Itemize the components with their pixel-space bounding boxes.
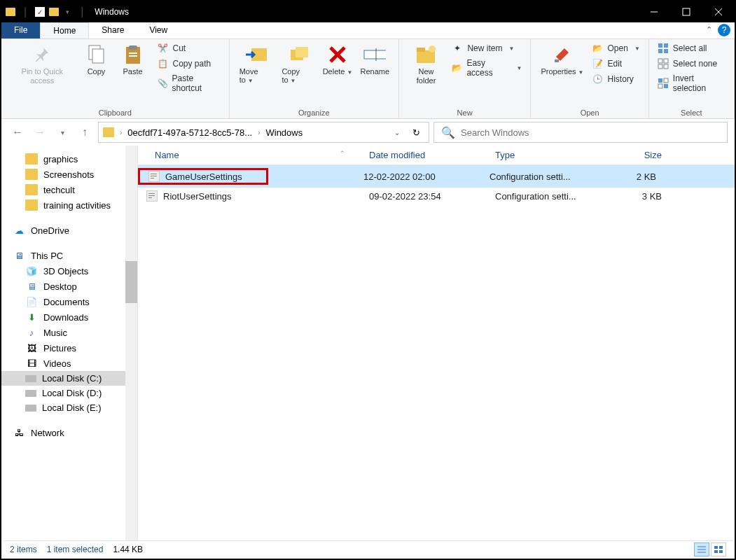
paste-button[interactable]: Paste [117,42,149,77]
copy-to-button[interactable]: Copy to▼ [279,42,317,85]
new-folder-button[interactable]: New folder [406,42,447,87]
column-name[interactable]: Name⌃ [138,150,362,160]
column-date[interactable]: Date modified [362,150,488,160]
sidebar-scrollbar-thumb[interactable] [125,261,137,303]
sidebar-item-techcult[interactable]: techcult [1,182,137,197]
svg-rect-36 [714,546,718,549]
sidebar-item-training[interactable]: training activities [1,197,137,213]
breadcrumb-2[interactable]: Windows [265,127,303,138]
move-to-button[interactable]: Move to▼ [237,42,275,85]
svg-rect-28 [664,64,668,69]
open-button[interactable]: 📂Open▼ [591,42,641,55]
paste-shortcut-icon: 📎 [158,78,168,89]
select-all-button[interactable]: Select all [656,42,727,55]
group-label-new: New [406,107,524,117]
folder-icon [103,127,114,137]
sidebar-item-diskd[interactable]: Local Disk (D:) [1,386,137,400]
pin-to-quick-access-button[interactable]: Pin to Quick access [8,42,76,87]
svg-rect-24 [664,49,668,53]
search-input[interactable] [461,127,720,138]
new-item-button[interactable]: ✦New item▼ [450,42,523,55]
new-item-icon: ✦ [452,43,463,54]
paste-icon [122,43,144,66]
svg-rect-12 [296,47,308,57]
sidebar-item-diskc[interactable]: Local Disk (C:) [1,371,137,386]
sidebar-item-screenshots[interactable]: Screenshots [1,167,137,182]
search-box[interactable]: 🔍 [433,122,728,143]
chevron-right-icon[interactable]: › [117,129,125,136]
qa-dropdown-icon[interactable]: ▾ [63,8,72,15]
rename-button[interactable]: Rename [359,42,391,77]
address-dropdown-icon[interactable]: ⌄ [389,129,405,136]
sidebar-item-pictures[interactable]: 🖼Pictures [1,340,137,356]
maximize-button[interactable] [670,1,702,22]
sidebar-item-downloads[interactable]: ⬇Downloads [1,309,137,325]
tab-view[interactable]: View [137,22,180,38]
svg-rect-1 [683,8,690,15]
copy-path-button[interactable]: 📋Copy path [156,57,222,70]
properties-icon [551,43,574,66]
address-bar[interactable]: › 0ecfdf71-497a-5712-8cc5-78... › Window… [98,122,429,143]
sidebar-item-onedrive[interactable]: ☁OneDrive [1,223,137,238]
new-folder-icon [415,43,438,66]
svg-rect-22 [664,43,668,48]
copy-path-icon: 📋 [158,58,169,69]
group-label-clipboard: Clipboard [8,107,222,117]
sidebar-item-music[interactable]: ♪Music [1,325,137,340]
invert-selection-button[interactable]: Invert selection [656,73,727,94]
tab-home[interactable]: Home [40,22,89,38]
chevron-right-icon[interactable]: › [255,129,263,136]
sidebar-item-documents[interactable]: 📄Documents [1,294,137,309]
copy-button[interactable]: Copy [81,42,113,77]
file-name: GameUserSettings [165,172,263,182]
drive-icon [25,390,36,397]
cut-button[interactable]: ✂️Cut [156,42,222,55]
breadcrumb-1[interactable]: 0ecfdf71-497a-5712-8cc5-78... [127,127,252,138]
sidebar-item-3dobjects[interactable]: 🧊3D Objects [1,263,137,279]
newfolder-icon[interactable] [49,8,59,16]
file-type: Configuration setti... [482,172,593,182]
file-row[interactable]: RiotUserSettings 09-02-2022 23:54 Config… [138,188,735,204]
sidebar-item-graphics[interactable]: graphics [1,151,137,167]
up-button[interactable]: ↑ [76,123,94,141]
sidebar-scrollbar[interactable] [125,146,137,540]
tab-file[interactable]: File [1,22,40,38]
file-row[interactable]: GameUserSettings 12-02-2022 02:00 Config… [138,165,735,188]
column-size[interactable]: Size [599,150,669,160]
file-size: 2 KB [593,172,663,182]
desktop-icon: 🖥 [25,281,38,292]
column-type[interactable]: Type [488,150,599,160]
pin-icon [31,43,53,66]
help-button[interactable]: ? [718,24,730,36]
easy-access-button[interactable]: 📂Easy access▼ [450,57,523,78]
3dobjects-icon: 🧊 [25,265,38,276]
properties-button[interactable]: Properties▼ [538,42,586,77]
sidebar-item-thispc[interactable]: 🖥This PC [1,248,137,263]
forward-button[interactable]: → [31,123,49,141]
history-button[interactable]: 🕒History [591,73,641,85]
view-thumbnails-button[interactable] [711,542,726,556]
properties-icon[interactable]: ✓ [35,7,45,17]
refresh-button[interactable]: ↻ [408,127,424,138]
sidebar-item-diske[interactable]: Local Disk (E:) [1,400,137,415]
sidebar-item-desktop[interactable]: 🖥Desktop [1,279,137,294]
close-button[interactable] [702,1,735,22]
delete-button[interactable]: Delete▼ [321,42,354,77]
svg-point-19 [429,46,436,52]
edit-button[interactable]: 📝Edit [591,57,641,70]
file-name: RiotUserSettings [163,191,362,202]
svg-rect-25 [658,59,662,63]
sidebar-item-network[interactable]: 🖧Network [1,425,137,440]
view-details-button[interactable] [694,542,709,556]
recent-dropdown[interactable]: ▾ [53,123,71,141]
svg-rect-37 [719,546,723,549]
folder-icon [25,153,38,164]
back-button[interactable]: ← [8,123,27,141]
paste-shortcut-button[interactable]: 📎Paste shortcut [156,73,222,94]
minimize-button[interactable] [638,1,670,22]
collapse-ribbon-icon[interactable]: ⌃ [706,25,712,34]
navigation-bar: ← → ▾ ↑ › 0ecfdf71-497a-5712-8cc5-78... … [1,119,735,146]
tab-share[interactable]: Share [89,22,137,38]
select-none-button[interactable]: Select none [656,57,727,70]
sidebar-item-videos[interactable]: 🎞Videos [1,356,137,371]
